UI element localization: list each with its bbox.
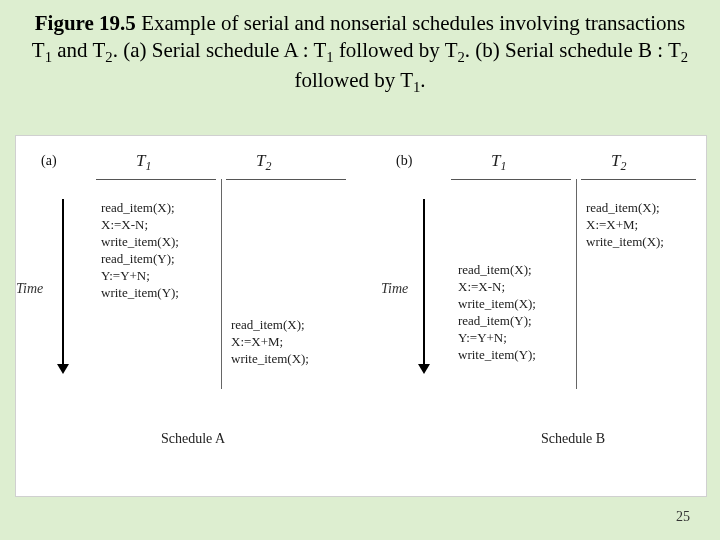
rule-line bbox=[451, 179, 571, 180]
panel-a: (a) T1 T2 Time read_item(X);X:=X-N;write… bbox=[41, 151, 361, 461]
op-line: write_item(Y); bbox=[458, 346, 536, 363]
op-line: read_item(Y); bbox=[458, 312, 536, 329]
col-header-t2: T2 bbox=[256, 151, 271, 174]
col-header-t2: T2 bbox=[611, 151, 626, 174]
op-line: write_item(X); bbox=[458, 295, 536, 312]
op-line: X:=X-N; bbox=[458, 278, 536, 295]
schedule-a-label: Schedule A bbox=[161, 431, 225, 447]
op-line: X:=X+M; bbox=[586, 216, 664, 233]
panel-a-tag: (a) bbox=[41, 153, 57, 169]
op-line: X:=X+M; bbox=[231, 333, 309, 350]
rule-line bbox=[96, 179, 216, 180]
figure-number: Figure 19.5 bbox=[35, 11, 136, 35]
op-line: write_item(X); bbox=[101, 233, 179, 250]
panel-a-header: (a) T1 T2 bbox=[41, 151, 361, 191]
op-line: write_item(X); bbox=[586, 233, 664, 250]
op-line: read_item(X); bbox=[586, 199, 664, 216]
op-line: Y:=Y+N; bbox=[101, 267, 179, 284]
ops-b-t1: read_item(X);X:=X-N;write_item(X);read_i… bbox=[458, 261, 536, 363]
panel-b-tag: (b) bbox=[396, 153, 412, 169]
schedule-b-label: Schedule B bbox=[541, 431, 605, 447]
op-line: read_item(X); bbox=[458, 261, 536, 278]
rule-line bbox=[581, 179, 696, 180]
op-line: read_item(X); bbox=[101, 199, 179, 216]
col-divider bbox=[576, 179, 577, 389]
op-line: write_item(Y); bbox=[101, 284, 179, 301]
op-line: read_item(Y); bbox=[101, 250, 179, 267]
panel-b: (b) T1 T2 Time read_item(X);X:=X+M;write… bbox=[416, 151, 691, 461]
ops-a-t2: read_item(X);X:=X+M;write_item(X); bbox=[231, 316, 309, 367]
diagram: (a) T1 T2 Time read_item(X);X:=X-N;write… bbox=[15, 135, 707, 497]
figure-caption: Figure 19.5 Example of serial and nonser… bbox=[0, 0, 720, 105]
ops-b-t2: read_item(X);X:=X+M;write_item(X); bbox=[586, 199, 664, 250]
op-line: Y:=Y+N; bbox=[458, 329, 536, 346]
page-number: 25 bbox=[676, 509, 690, 525]
panel-b-header: (b) T1 T2 bbox=[416, 151, 691, 191]
ops-a-t1: read_item(X);X:=X-N;write_item(X);read_i… bbox=[101, 199, 179, 301]
col-header-t1: T1 bbox=[136, 151, 151, 174]
col-header-t1: T1 bbox=[491, 151, 506, 174]
rule-line bbox=[226, 179, 346, 180]
op-line: write_item(X); bbox=[231, 350, 309, 367]
col-divider bbox=[221, 179, 222, 389]
time-label: Time bbox=[16, 281, 43, 297]
op-line: X:=X-N; bbox=[101, 216, 179, 233]
slide: Figure 19.5 Example of serial and nonser… bbox=[0, 0, 720, 540]
time-label: Time bbox=[381, 281, 408, 297]
op-line: read_item(X); bbox=[231, 316, 309, 333]
